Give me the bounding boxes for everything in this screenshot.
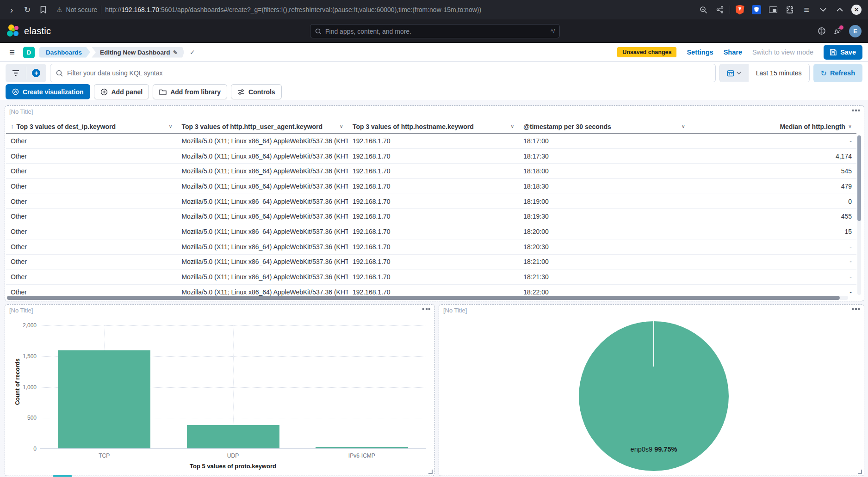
edit-actions-bar: Create visualization Add panel Add from … (0, 84, 868, 100)
table-row[interactable]: OtherMozilla/5.0 (X11; Linux x86_64) App… (6, 149, 856, 164)
add-from-library-button[interactable]: Add from library (153, 84, 227, 99)
filter-menu-button[interactable] (6, 64, 26, 82)
table-header-row: ↑Top 3 values of dest_ip.keyword∨Top 3 v… (6, 120, 856, 134)
column-header[interactable]: @timestamp per 30 seconds∨ (519, 123, 689, 130)
column-header[interactable]: Top 3 values of http.hostname.keyword∨ (348, 123, 519, 130)
calendar-button[interactable] (720, 64, 749, 82)
page-url: http://192.168.1.70:5601/app/dashboards#… (105, 6, 481, 13)
time-range-value[interactable]: Last 15 minutes (749, 64, 809, 82)
table-vertical-scrollbar[interactable] (857, 135, 861, 295)
table-cell: - (690, 243, 856, 251)
status-strip (53, 475, 72, 477)
security-label: Not secure (66, 6, 98, 13)
table-cell: 545 (690, 167, 856, 175)
switch-view-mode-button[interactable]: Switch to view mode (752, 49, 813, 56)
kql-placeholder: Filter your data using KQL syntax (67, 69, 162, 77)
breadcrumb-current[interactable]: Editing New Dashboard✎ (92, 47, 184, 58)
user-avatar[interactable]: E (849, 25, 862, 37)
table-cell: - (690, 137, 856, 145)
bar[interactable] (316, 447, 408, 448)
table-horizontal-scrollbar[interactable] (7, 296, 848, 300)
panel-options-icon[interactable] (421, 306, 432, 312)
zoom-out-icon[interactable] (696, 3, 710, 17)
refresh-button[interactable]: ↻ Refresh (813, 64, 862, 82)
plus-circle-icon (100, 88, 108, 96)
y-tick-label: 1,500 (8, 353, 37, 360)
y-tick-label: 1,000 (8, 384, 37, 391)
browser-menu-icon[interactable]: ≡ (800, 3, 813, 17)
panel-options-icon[interactable] (850, 108, 862, 113)
close-window-icon[interactable]: ✕ (849, 3, 863, 17)
add-filter-button[interactable]: + (26, 64, 47, 82)
table-cell: 18:18:00 (519, 167, 689, 175)
share-button[interactable]: Share (724, 49, 742, 56)
panel-resize-handle[interactable] (428, 470, 433, 474)
table-cell: Mozilla/5.0 (X11; Linux x86_64) AppleWeb… (177, 243, 347, 251)
table-row[interactable]: OtherMozilla/5.0 (X11; Linux x86_64) App… (6, 269, 856, 285)
table-row[interactable]: OtherMozilla/5.0 (X11; Linux x86_64) App… (6, 194, 856, 209)
chevron-down-icon (737, 72, 741, 74)
x-tick-label: TCP (76, 453, 132, 459)
table-row[interactable]: OtherMozilla/5.0 (X11; Linux x86_64) App… (6, 164, 856, 179)
elastic-logo-icon[interactable] (6, 24, 20, 38)
bar[interactable] (187, 425, 279, 448)
reload-icon[interactable]: ↻ (20, 3, 34, 17)
column-header[interactable]: ↑Top 3 values of dest_ip.keyword∨ (6, 123, 177, 130)
extensions-puzzle-icon[interactable] (783, 3, 797, 17)
kql-search-input[interactable]: Filter your data using KQL syntax (50, 64, 716, 82)
panel-title[interactable]: [No Title] (9, 108, 33, 115)
search-icon (56, 70, 63, 77)
chevron-down-icon[interactable] (816, 3, 830, 17)
check-icon[interactable]: ✓ (190, 49, 195, 56)
breadcrumb-dashboards[interactable]: Dashboards (39, 47, 90, 58)
table-row[interactable]: OtherMozilla/5.0 (X11; Linux x86_64) App… (6, 209, 856, 224)
brave-shield-icon[interactable] (733, 3, 747, 17)
bar-chart-panel[interactable]: [No Title] Count of records Top 5 values… (5, 304, 435, 476)
newsfeed-icon[interactable] (833, 27, 842, 35)
table-row[interactable]: OtherMozilla/5.0 (X11; Linux x86_64) App… (6, 255, 856, 270)
table-cell: Other (6, 258, 177, 265)
table-cell: 192.168.1.70 (348, 243, 519, 251)
global-search-input[interactable]: Find apps, content, and more. ^/ (310, 24, 560, 38)
panel-title[interactable]: [No Title] (9, 307, 33, 314)
table-panel[interactable]: [No Title] ↑Top 3 values of dest_ip.keyw… (5, 105, 864, 301)
table-row[interactable]: OtherMozilla/5.0 (X11; Linux x86_64) App… (6, 239, 856, 255)
pie-chart-panel[interactable]: [No Title] enp0s9 99.75% (439, 304, 864, 476)
add-panel-button[interactable]: Add panel (94, 84, 149, 99)
table-row[interactable]: OtherMozilla/5.0 (X11; Linux x86_64) App… (6, 224, 856, 239)
table-cell: 192.168.1.70 (348, 198, 519, 205)
dashboards-app-badge[interactable]: D (23, 47, 35, 58)
create-visualization-button[interactable]: Create visualization (6, 84, 90, 99)
table-cell: 18:18:30 (519, 183, 689, 190)
column-header[interactable]: Median of http.length∨ (690, 123, 856, 130)
table-row[interactable]: OtherMozilla/5.0 (X11; Linux x86_64) App… (6, 285, 856, 296)
address-bar[interactable]: ⚠ Not secure http://192.168.1.70:5601/ap… (56, 6, 694, 14)
picture-in-picture-icon[interactable] (766, 3, 780, 17)
refresh-icon: ↻ (821, 69, 827, 78)
column-header[interactable]: Top 3 values of http.http_user_agent.key… (177, 123, 347, 130)
table-row[interactable]: OtherMozilla/5.0 (X11; Linux x86_64) App… (6, 134, 856, 149)
save-button[interactable]: Save (824, 45, 862, 60)
share-icon[interactable] (713, 3, 727, 17)
bookmark-icon[interactable] (36, 3, 50, 17)
chevron-up-icon[interactable] (833, 3, 847, 17)
panel-resize-handle[interactable] (858, 470, 862, 474)
y-axis-title: Count of records (14, 352, 21, 412)
panel-options-icon[interactable] (850, 306, 862, 312)
sort-asc-icon: ↑ (11, 123, 14, 130)
table-cell: 0 (690, 198, 856, 205)
chevron-down-icon: ∨ (848, 123, 852, 129)
settings-button[interactable]: Settings (687, 49, 713, 56)
controls-button[interactable]: Controls (231, 84, 282, 99)
save-icon (830, 49, 837, 55)
nav-menu-icon[interactable]: ≡ (6, 47, 19, 58)
forward-icon[interactable]: › (5, 3, 19, 17)
table-cell: Mozilla/5.0 (X11; Linux x86_64) AppleWeb… (177, 198, 347, 205)
bar[interactable] (58, 350, 150, 448)
help-globe-icon[interactable] (818, 27, 826, 35)
table-cell: Mozilla/5.0 (X11; Linux x86_64) AppleWeb… (177, 213, 347, 220)
chevron-down-icon: ∨ (510, 123, 514, 129)
panel-title[interactable]: [No Title] (443, 307, 467, 314)
bitwarden-icon[interactable] (750, 3, 763, 17)
table-row[interactable]: OtherMozilla/5.0 (X11; Linux x86_64) App… (6, 179, 856, 194)
